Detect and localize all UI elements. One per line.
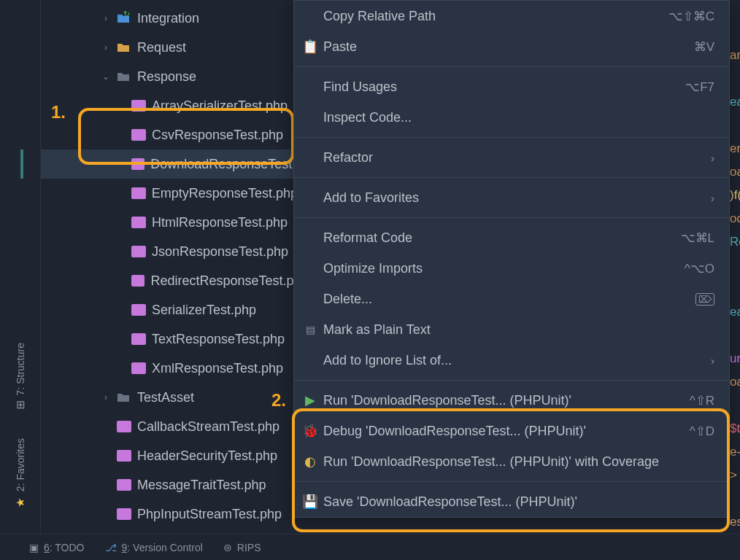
menu-item-refactor[interactable]: Refactor› <box>294 142 729 173</box>
chevron-right-icon: › <box>99 392 112 402</box>
chevron-right-icon: › <box>99 13 112 23</box>
menu-item-run-downloadresponsetest-phpun[interactable]: ▶Run 'DownloadResponseTest... (PHPUnit)'… <box>294 385 729 416</box>
bottom-status-bar: ▣ 6: TODO ⎇ 9: Version Control ⊜ RIPS <box>0 534 740 560</box>
menu-item-optimize-imports[interactable]: Optimize Imports^⌥O <box>294 253 729 284</box>
favorites-toolwindow-button[interactable]: ★ 2: Favorites <box>14 424 27 524</box>
tree-item-label: DownloadResponseTest.ph <box>150 157 296 172</box>
rips-label: RIPS <box>237 542 261 553</box>
code-line: oad <box>730 160 740 184</box>
tree-item-downloadresponsetest-ph[interactable]: DownloadResponseTest.ph <box>41 149 296 179</box>
code-line: $t <box>730 417 740 440</box>
structure-toolwindow-button[interactable]: ⊞ 7: Structure <box>14 328 27 424</box>
tree-item-testasset[interactable]: ›TestAsset <box>41 383 296 412</box>
php-file-icon <box>131 129 146 141</box>
tree-item-htmlresponsetest-php[interactable]: HtmlResponseTest.php <box>41 208 296 237</box>
rips-button[interactable]: ⊜ RIPS <box>223 542 261 553</box>
menu-separator <box>294 137 729 138</box>
folder-icon <box>115 391 131 404</box>
menu-label: Refactor <box>323 150 711 166</box>
menu-item-save-downloadresponsetest-phpu[interactable]: 💾Save 'DownloadResponseTest... (PHPUnit)… <box>294 486 729 517</box>
tree-item-redirectresponsetest-php[interactable]: RedirectResponseTest.php <box>41 266 296 295</box>
code-line <box>730 114 740 137</box>
code-line <box>730 254 740 277</box>
menu-item-find-usages[interactable]: Find Usages⌥F7 <box>294 71 729 102</box>
code-line <box>730 394 740 417</box>
coverage-icon: ◐ <box>303 454 317 470</box>
tree-item-integration[interactable]: ›↻Integration <box>41 4 296 33</box>
folder-icon <box>115 41 131 54</box>
tree-item-label: MessageTraitTest.php <box>137 478 266 493</box>
code-line: ood <box>730 207 740 230</box>
menu-label: Paste <box>323 39 694 55</box>
php-file-icon <box>131 158 144 170</box>
tree-item-phpinputstreamtest-php[interactable]: PhpInputStreamTest.php <box>41 499 296 529</box>
tree-item-textresponsetest-php[interactable]: TextResponseTest.php <box>41 324 296 354</box>
menu-separator <box>294 380 729 381</box>
menu-item-delete-[interactable]: Delete...⌦ <box>294 284 729 314</box>
menu-item-run-downloadresponsetest-phpun[interactable]: ◐Run 'DownloadResponseTest... (PHPUnit)'… <box>294 446 729 477</box>
tree-item-arrayserializertest-php[interactable]: ArraySerializerTest.php <box>41 91 296 120</box>
refresh-icon: ↻ <box>123 9 130 19</box>
tree-item-label: Response <box>137 69 196 85</box>
menu-item-copy-relative-path[interactable]: Copy Relative Path⌥⇧⌘C <box>294 1 729 31</box>
menu-separator <box>294 66 729 67</box>
rips-icon: ⊜ <box>223 542 232 553</box>
shortcut: ^⇧R <box>690 393 714 408</box>
php-file-icon <box>131 187 146 199</box>
tree-item-label: CallbackStreamTest.php <box>137 419 280 435</box>
menu-item-reformat-code[interactable]: Reformat Code⌥⌘L <box>294 222 729 253</box>
tree-item-jsonresponsetest-php[interactable]: JsonResponseTest.php <box>41 237 296 266</box>
code-line: ent <box>730 137 740 160</box>
tree-item-label: JsonResponseTest.php <box>152 244 288 260</box>
chevron-right-icon: › <box>99 42 112 52</box>
menu-item-debug-downloadresponsetest-php[interactable]: 🐞Debug 'DownloadResponseTest... (PHPUnit… <box>294 416 729 446</box>
menu-label: Copy Relative Path <box>323 9 668 24</box>
project-tree: ›↻Integration›Request⌄ResponseArraySeria… <box>41 0 296 560</box>
tree-item-label: CsvResponseTest.php <box>152 128 283 143</box>
code-line <box>730 67 740 90</box>
chevron-right-icon: › <box>711 354 714 367</box>
menu-label: Mark as Plain Text <box>323 322 714 338</box>
tree-item-label: Request <box>137 40 186 55</box>
tree-item-request[interactable]: ›Request <box>41 33 296 62</box>
php-file-icon <box>131 275 144 287</box>
code-line: oad <box>730 370 740 394</box>
code-line: esp <box>730 510 740 532</box>
menu-separator <box>294 481 729 482</box>
save-icon: 💾 <box>303 494 317 510</box>
menu-label: Run 'DownloadResponseTest... (PHPUnit)' <box>323 393 690 408</box>
code-line <box>730 487 740 510</box>
code-line <box>730 277 740 300</box>
menu-item-add-to-favorites[interactable]: Add to Favorites› <box>294 182 729 213</box>
tree-item-csvresponsetest-php[interactable]: CsvResponseTest.php <box>41 120 296 149</box>
annotation-number-2: 2. <box>271 390 286 411</box>
tree-item-headersecuritytest-php[interactable]: HeaderSecurityTest.php <box>41 441 296 470</box>
menu-item-add-to-ignore-list-of-[interactable]: Add to Ignore List of...› <box>294 345 729 376</box>
tree-item-xmlresponsetest-php[interactable]: XmlResponseTest.php <box>41 354 296 383</box>
shortcut: ⌘V <box>694 39 714 55</box>
tree-item-callbackstreamtest-php[interactable]: CallbackStreamTest.php <box>41 412 296 441</box>
tree-item-label: PhpInputStreamTest.php <box>137 507 282 522</box>
code-line: Res <box>730 230 740 254</box>
menu-label: Optimize Imports <box>323 261 685 276</box>
tree-item-label: HeaderSecurityTest.php <box>137 448 277 464</box>
tree-item-response[interactable]: ⌄Response <box>41 62 296 91</box>
tree-item-label: TestAsset <box>137 390 194 405</box>
play-icon: ▶ <box>303 392 317 408</box>
menu-item-paste[interactable]: 📋Paste⌘V <box>294 31 729 62</box>
menu-label: Run 'DownloadResponseTest... (PHPUnit)' … <box>323 454 714 470</box>
php-file-icon <box>131 246 146 257</box>
shortcut: ⌥F7 <box>685 79 714 95</box>
version-control-button[interactable]: ⎇ 9: Version Control <box>105 542 203 553</box>
menu-label: Reformat Code <box>323 230 681 246</box>
tree-item-messagetraittest-php[interactable]: MessageTraitTest.php <box>41 470 296 499</box>
todo-toolwindow-button[interactable]: ▣ 6: TODO <box>29 542 85 553</box>
menu-item-mark-as-plain-text[interactable]: ▤Mark as Plain Text <box>294 314 729 345</box>
code-line: eat <box>730 90 740 114</box>
tree-item-emptyresponsetest-php[interactable]: EmptyResponseTest.php <box>41 179 296 208</box>
tree-item-serializertest-php[interactable]: SerializerTest.php <box>41 295 296 324</box>
code-line: eat <box>730 300 740 324</box>
chevron-down-icon: ⌄ <box>99 71 112 82</box>
menu-item-inspect-code-[interactable]: Inspect Code... <box>294 102 729 133</box>
tree-item-label: TextResponseTest.php <box>152 332 285 347</box>
